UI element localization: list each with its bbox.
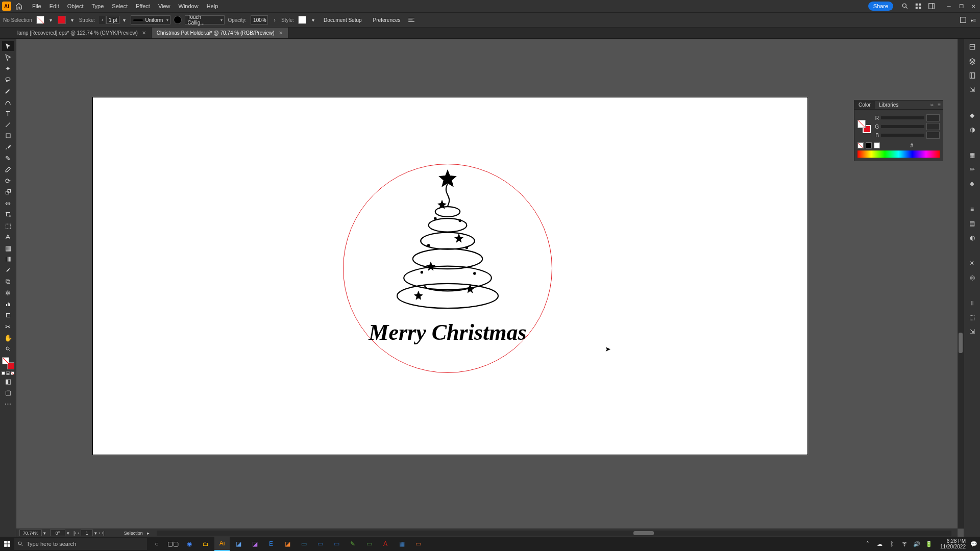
- app-icon[interactable]: E: [263, 537, 279, 551]
- menu-effect[interactable]: Effect: [132, 2, 154, 10]
- volume-icon[interactable]: 🔊: [913, 540, 921, 548]
- zoom-input[interactable]: [19, 530, 42, 536]
- tab-color[interactable]: Color: [854, 101, 875, 109]
- menu-select[interactable]: Select: [108, 2, 131, 10]
- app-icon[interactable]: ▭: [361, 537, 377, 551]
- minimize-button[interactable]: ─: [944, 3, 953, 10]
- arrange-icon[interactable]: [914, 2, 923, 11]
- collapse-icon[interactable]: ››: [928, 102, 936, 108]
- document-tab[interactable]: lamp [Recovered].eps* @ 122.74 % (CMYK/P…: [12, 28, 152, 38]
- r-slider[interactable]: [881, 116, 924, 119]
- chevron-down-icon[interactable]: ▾: [43, 531, 46, 536]
- artboard-first-icon[interactable]: |‹: [74, 531, 76, 536]
- illustrator-icon[interactable]: Ai: [214, 537, 230, 551]
- wifi-icon[interactable]: [900, 540, 909, 548]
- stroke-swatch[interactable]: [58, 16, 66, 24]
- color-panel-icon[interactable]: ◆: [967, 110, 977, 120]
- pathfinder-panel-icon[interactable]: ⬚: [967, 312, 977, 322]
- tool-pen[interactable]: [2, 86, 14, 96]
- tool-type[interactable]: T: [2, 108, 14, 118]
- preferences-button[interactable]: Preferences: [369, 16, 405, 24]
- opacity-input[interactable]: 100%: [251, 15, 268, 24]
- chevron-right-icon[interactable]: ›: [271, 16, 278, 23]
- app-icon[interactable]: ◪: [247, 537, 262, 551]
- color-spectrum[interactable]: [857, 151, 940, 158]
- rotate-input[interactable]: [50, 530, 65, 536]
- tool-symbol-sprayer[interactable]: ✲: [2, 288, 14, 298]
- document-setup-button[interactable]: Document Setup: [320, 16, 366, 24]
- panel-menu-icon[interactable]: ≡: [936, 102, 943, 108]
- align-flyout-icon[interactable]: [408, 16, 415, 23]
- artboard-next-icon[interactable]: ›: [99, 531, 100, 536]
- gradient-panel-icon[interactable]: ▤: [967, 218, 977, 229]
- tool-paintbrush[interactable]: [2, 142, 14, 152]
- g-input[interactable]: [926, 123, 940, 130]
- workspace-icon[interactable]: [927, 2, 936, 11]
- app-icon[interactable]: ✎: [345, 537, 360, 551]
- tool-line[interactable]: [2, 119, 14, 130]
- tool-blend[interactable]: ⧉: [2, 277, 14, 287]
- tool-artboard[interactable]: [2, 310, 14, 320]
- app-icon[interactable]: ▭: [329, 537, 344, 551]
- tray-overflow-icon[interactable]: ˄: [864, 540, 872, 548]
- graphic-styles-icon[interactable]: ◎: [967, 272, 977, 283]
- artboard-index[interactable]: [81, 530, 93, 536]
- essentials-icon[interactable]: ▸≡: [970, 16, 977, 23]
- g-slider[interactable]: [881, 125, 924, 128]
- tool-mesh[interactable]: ▦: [2, 243, 14, 253]
- cortana-icon[interactable]: ○: [149, 537, 164, 551]
- step-down-icon[interactable]: ‹: [99, 16, 105, 24]
- brushes-panel-icon[interactable]: ✏: [967, 164, 977, 174]
- chevron-down-icon[interactable]: ▾: [120, 16, 128, 23]
- tool-width[interactable]: ⇔: [2, 198, 14, 208]
- none-swatch-icon[interactable]: [857, 142, 864, 148]
- taskbar-search[interactable]: Type here to search: [14, 538, 147, 550]
- symbols-panel-icon[interactable]: ♣: [967, 179, 977, 189]
- tab-libraries[interactable]: Libraries: [875, 101, 902, 109]
- white-swatch-icon[interactable]: [874, 142, 880, 148]
- chevron-down-icon[interactable]: ▾: [69, 16, 76, 23]
- close-icon[interactable]: ✕: [279, 30, 283, 36]
- artboard-last-icon[interactable]: ›|: [102, 531, 104, 536]
- variable-width-profile[interactable]: Uniform: [131, 15, 170, 24]
- horizontal-scrollbar[interactable]: [157, 531, 951, 536]
- battery-icon[interactable]: 🔋: [925, 540, 933, 548]
- start-button[interactable]: [0, 537, 14, 551]
- file-explorer-icon[interactable]: 🗀: [198, 537, 213, 551]
- stroke-weight-input[interactable]: [106, 16, 119, 24]
- bluetooth-icon[interactable]: ᛒ: [888, 540, 896, 548]
- document-tab[interactable]: Christmas Pot Holder.ai* @ 70.74 % (RGB/…: [152, 28, 288, 38]
- tool-shaper[interactable]: ✎: [2, 153, 14, 163]
- chrome-icon[interactable]: ◉: [182, 537, 197, 551]
- gradient-mode-icon[interactable]: [6, 371, 10, 375]
- tool-slice[interactable]: ✂: [2, 321, 14, 332]
- properties-panel-icon[interactable]: [967, 42, 977, 52]
- menu-type[interactable]: Type: [88, 2, 108, 10]
- menu-window[interactable]: Window: [175, 2, 202, 10]
- chevron-down-icon[interactable]: ▾: [67, 531, 69, 536]
- panel-menu-icon[interactable]: [960, 16, 967, 23]
- fill-swatch[interactable]: [36, 16, 44, 24]
- app-icon[interactable]: ◪: [231, 537, 246, 551]
- graphic-style-swatch[interactable]: [298, 16, 306, 24]
- close-button[interactable]: ✕: [969, 3, 978, 10]
- libraries-panel-icon[interactable]: [967, 70, 977, 81]
- tool-eraser[interactable]: [2, 164, 14, 174]
- align-panel-icon[interactable]: ⫴: [967, 298, 977, 308]
- tool-draw-mode[interactable]: ◧: [2, 376, 14, 386]
- tool-scale[interactable]: [2, 187, 14, 197]
- menu-edit[interactable]: Edit: [46, 2, 63, 10]
- menu-help[interactable]: Help: [203, 2, 222, 10]
- transparency-panel-icon[interactable]: ◐: [967, 233, 977, 243]
- app-icon[interactable]: ▭: [312, 537, 328, 551]
- artboard-prev-icon[interactable]: ‹: [78, 531, 79, 536]
- home-icon[interactable]: [14, 2, 23, 11]
- transform-panel-icon[interactable]: ⇲: [967, 327, 977, 337]
- tool-rotate[interactable]: ⟳: [2, 176, 14, 186]
- taskbar-clock[interactable]: 6:28 PM 11/20/2022: [940, 538, 966, 549]
- fill-stroke-indicator[interactable]: [2, 357, 14, 369]
- stroke-panel-icon[interactable]: ≡: [967, 204, 977, 214]
- tool-lasso[interactable]: [2, 74, 14, 85]
- canvas-area[interactable]: Merry Christmas ➤ Color Libraries ›› ≡: [16, 39, 964, 537]
- stroke-weight-stepper[interactable]: ‹ ▾: [99, 16, 128, 24]
